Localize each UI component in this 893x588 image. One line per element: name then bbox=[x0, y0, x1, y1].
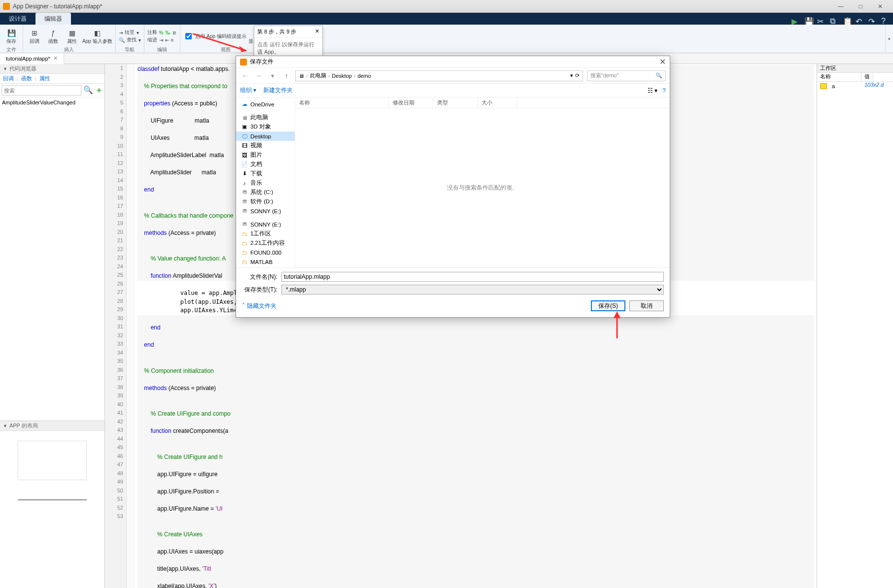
chevron-down-icon[interactable]: ▾ bbox=[570, 72, 573, 79]
tree-folder[interactable]: 🗀2.21工作内容 bbox=[236, 238, 295, 248]
folder-icon: 🗀 bbox=[241, 259, 248, 265]
nav-back-button[interactable]: ← bbox=[240, 72, 250, 79]
function-button[interactable]: ƒ函数 bbox=[45, 28, 62, 45]
tree-drive-c[interactable]: ⛃系统 (C:) bbox=[236, 188, 295, 197]
goto-button[interactable]: ⇥转至▾ bbox=[119, 29, 141, 36]
tree-3d-objects[interactable]: ▣3D 对象 bbox=[236, 122, 295, 131]
tree-onedrive[interactable]: ☁OneDrive bbox=[236, 99, 295, 109]
workspace-col-value[interactable]: 值 bbox=[861, 73, 873, 81]
cut-icon[interactable]: ✂ bbox=[817, 17, 825, 25]
dialog-close-button[interactable]: ✕ bbox=[659, 57, 666, 66]
nav-forward-button[interactable]: → bbox=[254, 72, 264, 79]
breadcrumb-segment[interactable]: demo bbox=[357, 73, 371, 79]
tab-designer[interactable]: 设计器 bbox=[0, 13, 35, 25]
indent-button[interactable]: 缩进 ⇥ ⇤ ≡ bbox=[147, 36, 177, 43]
tree-pictures[interactable]: 🖼图片 bbox=[236, 150, 295, 160]
redo-icon[interactable]: ↷ bbox=[868, 17, 876, 25]
help-icon[interactable]: ? bbox=[881, 17, 889, 25]
hide-folders-label: 隐藏文件夹 bbox=[247, 302, 276, 310]
nav-up-button[interactable]: ↑ bbox=[281, 72, 291, 79]
tree-label: 文档 bbox=[250, 161, 262, 168]
tab-editor[interactable]: 编辑器 bbox=[35, 13, 71, 25]
tree-drive-d[interactable]: ⛃软件 (D:) bbox=[236, 197, 295, 206]
col-type[interactable]: 类型 bbox=[433, 98, 478, 108]
document-tab[interactable]: tutorialApp.mlapp* ✕ bbox=[0, 53, 64, 64]
code-browser-header[interactable]: ▼代码浏览器 bbox=[0, 64, 104, 74]
cb-tab-callbacks[interactable]: 回调 bbox=[0, 75, 17, 82]
search-magnify-icon[interactable]: 🔍 bbox=[83, 85, 93, 96]
callout-close-icon[interactable]: ✕ bbox=[315, 28, 319, 35]
pc-icon: 🖥 bbox=[241, 114, 248, 121]
tree-desktop[interactable]: 🖵Desktop bbox=[236, 131, 295, 141]
refresh-icon[interactable]: ⟳ bbox=[575, 72, 580, 79]
callback-item[interactable]: AmplitudeSliderValueChanged bbox=[2, 99, 103, 105]
drive-icon: ⛃ bbox=[241, 221, 248, 228]
cb-tab-functions[interactable]: 函数 bbox=[18, 75, 35, 82]
filename-input[interactable] bbox=[281, 272, 664, 282]
workspace-header[interactable]: 工作区 bbox=[817, 64, 893, 73]
ribbon-overflow-button[interactable]: ▾ bbox=[885, 25, 893, 53]
app-inputs-button[interactable]: ◧App 输入参数 bbox=[82, 28, 112, 45]
folder-tree[interactable]: ☁OneDrive 🖥此电脑 ▣3D 对象 🖵Desktop 🎞视频 🖼图片 📄… bbox=[236, 98, 295, 267]
chevron-down-icon[interactable]: ▾ bbox=[268, 72, 277, 79]
organize-button[interactable]: 组织 ▾ bbox=[240, 86, 256, 95]
save-file-dialog: 保存文件 ✕ ← → ▾ ↑ 🖥 ›此电脑 ›Desktop ›demo ▾⟳ … bbox=[236, 56, 670, 318]
copy-icon[interactable]: ⧉ bbox=[830, 17, 838, 25]
filetype-select[interactable]: *.mlapp bbox=[281, 285, 664, 294]
variable-value: 103x2 d bbox=[861, 82, 887, 91]
tree-documents[interactable]: 📄文档 bbox=[236, 160, 295, 169]
code-fold-strip bbox=[127, 64, 135, 588]
col-size[interactable]: 大小 bbox=[478, 98, 517, 108]
tree-music[interactable]: ♪音乐 bbox=[236, 178, 295, 188]
new-folder-button[interactable]: 新建文件夹 bbox=[263, 86, 293, 95]
help-button[interactable]: ? bbox=[662, 87, 666, 94]
undo-icon[interactable]: ↶ bbox=[856, 17, 863, 25]
col-name[interactable]: 名称 bbox=[295, 98, 389, 108]
filename-label: 文件名(N): bbox=[242, 273, 277, 281]
tree-downloads[interactable]: ⬇下载 bbox=[236, 169, 295, 178]
breadcrumb-segment[interactable]: Desktop bbox=[332, 73, 351, 79]
document-tab-label: tutorialApp.mlapp* bbox=[6, 56, 50, 62]
save-icon[interactable]: 💾 bbox=[804, 17, 812, 25]
tab-close-icon[interactable]: ✕ bbox=[53, 55, 58, 62]
layout-preview[interactable] bbox=[0, 431, 104, 515]
col-date[interactable]: 修改日期 bbox=[389, 98, 433, 108]
tree-drive-e[interactable]: ⛃SONNY (E:) bbox=[236, 206, 295, 216]
comment-button[interactable]: 注释 % ‰ ⦻ bbox=[147, 29, 177, 36]
close-button[interactable]: ✕ bbox=[870, 1, 890, 11]
dialog-search-input[interactable]: 搜索"demo"🔍 bbox=[587, 70, 666, 81]
enable-hints-checkbox[interactable]: 启用 App 编码错误提示 bbox=[183, 33, 246, 40]
tree-videos[interactable]: 🎞视频 bbox=[236, 141, 295, 150]
minimize-button[interactable]: — bbox=[831, 1, 851, 11]
workspace-variable-row[interactable]: a 103x2 d bbox=[817, 82, 893, 91]
comment-label: 注释 bbox=[147, 29, 157, 36]
ribbon-insert-label: 插入 bbox=[64, 47, 74, 53]
tree-label: 3D 对象 bbox=[250, 123, 271, 131]
tree-folder[interactable]: 🗀FOUND.000 bbox=[236, 248, 295, 257]
save-confirm-button[interactable]: 保存(S) bbox=[591, 300, 625, 311]
breadcrumb[interactable]: 🖥 ›此电脑 ›Desktop ›demo ▾⟳ bbox=[295, 70, 583, 81]
property-button[interactable]: ▦属性 bbox=[64, 28, 80, 45]
callback-button[interactable]: ⊞回调 bbox=[26, 28, 43, 45]
tree-folder[interactable]: 🗀MATLAB bbox=[236, 257, 295, 266]
tree-drive-e2[interactable]: ⛃SONNY (E:) bbox=[236, 220, 295, 229]
tree-folder[interactable]: 🗀1工作区 bbox=[236, 229, 295, 238]
tree-this-pc[interactable]: 🖥此电脑 bbox=[236, 113, 295, 122]
find-button[interactable]: 🔍查找▾ bbox=[119, 36, 141, 43]
workspace-col-name[interactable]: 名称 bbox=[817, 73, 861, 81]
hide-folders-button[interactable]: ˄隐藏文件夹 bbox=[242, 302, 276, 310]
run-icon[interactable]: ▶ bbox=[791, 17, 799, 25]
save-button[interactable]: 💾保存 bbox=[3, 28, 20, 45]
breadcrumb-segment[interactable]: 此电脑 bbox=[310, 72, 326, 79]
window-titlebar: App Designer - tutorialApp.mlapp* — □ ✕ bbox=[0, 0, 893, 13]
enable-hints-check[interactable] bbox=[185, 33, 192, 39]
layout-panel-header[interactable]: ▼APP 的布局 bbox=[0, 421, 104, 431]
view-mode-button[interactable]: ☷ ▾ bbox=[648, 87, 657, 94]
add-button[interactable]: ＋ bbox=[95, 85, 103, 96]
cb-tab-properties[interactable]: 属性 bbox=[36, 75, 53, 82]
cancel-button[interactable]: 取消 bbox=[629, 300, 664, 311]
ribbon-file-label: 文件 bbox=[6, 47, 16, 53]
code-browser-search-input[interactable] bbox=[1, 85, 81, 96]
maximize-button[interactable]: □ bbox=[851, 1, 870, 11]
paste-icon[interactable]: 📋 bbox=[843, 17, 851, 25]
